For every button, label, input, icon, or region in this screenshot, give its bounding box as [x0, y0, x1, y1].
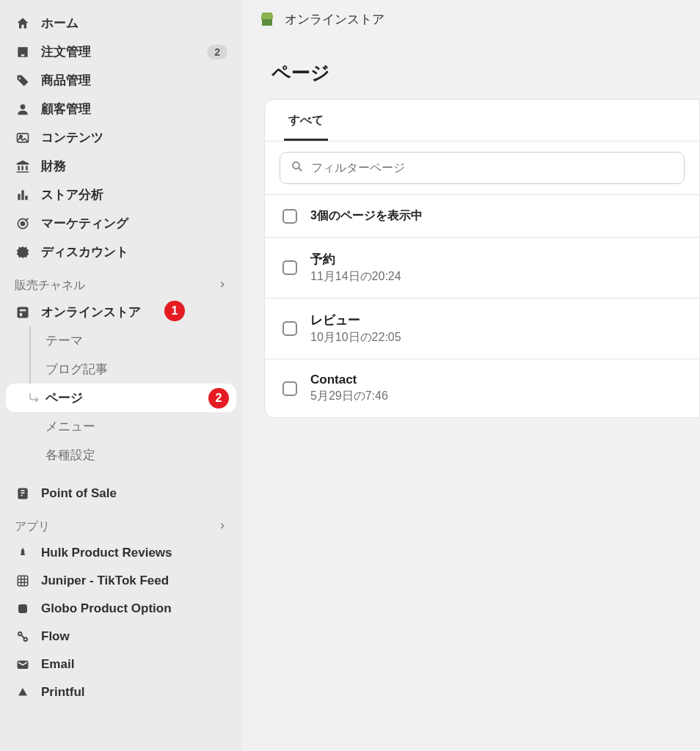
channels-label: 販売チャネル	[15, 278, 85, 293]
header-bar: オンラインストア	[242, 0, 700, 38]
select-all-checkbox[interactable]	[282, 209, 297, 224]
nav-label: Globo Product Option	[41, 601, 172, 616]
row-checkbox[interactable]	[282, 381, 297, 396]
svg-point-7	[21, 221, 25, 225]
svg-rect-10	[20, 312, 22, 315]
sub-label: ページ	[45, 389, 83, 406]
sidebar-item-analytics[interactable]: ストア分析	[0, 180, 242, 209]
channels-header[interactable]: 販売チャネル	[0, 266, 242, 298]
sub-item-menu[interactable]: メニュー	[0, 412, 242, 441]
sidebar-item-content[interactable]: コンテンツ	[0, 123, 242, 152]
row-title: Contact	[310, 373, 388, 387]
tabs: すべて	[265, 100, 699, 142]
filter-row	[265, 142, 699, 194]
printful-icon	[15, 684, 31, 700]
svg-rect-3	[18, 194, 20, 199]
svg-rect-9	[20, 309, 26, 311]
nav-label: Point of Sale	[41, 486, 117, 501]
discount-icon	[15, 244, 31, 260]
bank-icon	[15, 158, 31, 175]
svg-rect-4	[21, 190, 23, 199]
sub-label: テーマ	[45, 332, 83, 349]
nav-label: 財務	[41, 158, 66, 175]
chart-icon	[15, 187, 31, 203]
home-icon	[15, 15, 31, 32]
page-row[interactable]: 予約 11月14日の20:24	[265, 237, 699, 298]
sidebar: ホーム 注文管理 2 商品管理 顧客管理 コンテンツ 財務 ストア分析 マーケテ…	[0, 0, 242, 751]
nav-label: マーケティング	[41, 215, 128, 232]
chevron-right-icon	[217, 521, 227, 534]
app-flow[interactable]: Flow	[0, 623, 242, 651]
sidebar-item-products[interactable]: 商品管理	[0, 66, 242, 95]
row-title: 予約	[310, 251, 401, 268]
sidebar-item-marketing[interactable]: マーケティング	[0, 209, 242, 238]
sub-label: ブログ記事	[45, 361, 108, 378]
inbox-icon	[15, 44, 31, 60]
nav-label: ホーム	[41, 15, 79, 32]
email-icon	[15, 656, 31, 673]
sidebar-item-discounts[interactable]: ディスカウント	[0, 238, 242, 266]
sub-item-pages[interactable]: ページ 2	[6, 384, 236, 412]
app-hulk-reviews[interactable]: Hulk Product Reviews	[0, 539, 242, 567]
nav-label: ストア分析	[41, 186, 103, 203]
main-content: オンラインストア ページ すべて 3個のページを表示中 予約 11月14日の20…	[242, 0, 700, 751]
nav-label: Email	[41, 657, 74, 672]
target-icon	[15, 216, 31, 232]
filter-input-wrap[interactable]	[280, 152, 685, 184]
search-icon	[291, 160, 304, 176]
row-checkbox[interactable]	[282, 260, 297, 275]
app-email[interactable]: Email	[0, 651, 242, 678]
row-checkbox[interactable]	[282, 321, 297, 336]
sub-label: メニュー	[45, 418, 95, 435]
row-title: レビュー	[310, 312, 401, 329]
puzzle-icon	[15, 601, 31, 617]
store-icon	[15, 304, 31, 320]
marker-2: 2	[208, 388, 229, 409]
sub-item-blog[interactable]: ブログ記事	[0, 355, 242, 384]
svg-rect-17	[262, 19, 272, 26]
app-printful[interactable]: Printful	[0, 678, 242, 706]
nav-label: 注文管理	[41, 43, 91, 60]
grid-icon	[15, 573, 31, 589]
page-row[interactable]: レビュー 10月10日の22:05	[265, 298, 699, 359]
tag-icon	[15, 73, 31, 89]
header-title: オンラインストア	[285, 11, 384, 28]
pos-icon	[15, 486, 31, 502]
app-juniper[interactable]: Juniper - TikTok Feed	[0, 567, 242, 595]
svg-rect-13	[18, 604, 27, 613]
sub-item-settings[interactable]: 各種設定	[0, 441, 242, 469]
pin-icon	[15, 545, 31, 561]
person-icon	[15, 101, 31, 117]
summary-text: 3個のページを表示中	[310, 208, 423, 224]
filter-input[interactable]	[311, 161, 674, 175]
store-header-icon	[258, 10, 276, 28]
nav-label: Hulk Product Reviews	[41, 546, 172, 560]
marker-1: 1	[164, 301, 185, 321]
svg-rect-8	[18, 307, 29, 318]
nav-label: 顧客管理	[41, 100, 91, 117]
nav-label: Flow	[41, 629, 70, 644]
app-globo[interactable]: Globo Product Option	[0, 595, 242, 623]
svg-rect-12	[18, 576, 28, 586]
sidebar-item-customers[interactable]: 顧客管理	[0, 95, 242, 123]
sidebar-item-orders[interactable]: 注文管理 2	[0, 37, 242, 66]
row-date: 11月14日の20:24	[310, 269, 401, 285]
svg-point-0	[21, 104, 26, 109]
sub-item-themes[interactable]: テーマ	[0, 326, 242, 355]
tab-all[interactable]: すべて	[284, 100, 328, 141]
sidebar-item-home[interactable]: ホーム	[0, 9, 242, 37]
sub-label: 各種設定	[45, 447, 95, 464]
pages-card: すべて 3個のページを表示中 予約 11月14日の20:24 レビュー 10月1…	[264, 99, 700, 418]
row-date: 10月10日の22:05	[310, 330, 401, 345]
sidebar-item-pos[interactable]: Point of Sale	[0, 480, 242, 508]
svg-point-18	[293, 162, 299, 169]
apps-label: アプリ	[15, 519, 50, 535]
sidebar-item-finance[interactable]: 財務	[0, 152, 242, 180]
apps-header[interactable]: アプリ	[0, 508, 242, 539]
svg-rect-5	[25, 195, 27, 199]
nav-label: ディスカウント	[41, 243, 128, 260]
sidebar-item-online-store[interactable]: オンラインストア 1	[0, 298, 242, 326]
nav-label: Printful	[41, 685, 85, 700]
page-row[interactable]: Contact 5月29日の7:46	[265, 359, 699, 417]
page-title: ページ	[242, 38, 700, 99]
